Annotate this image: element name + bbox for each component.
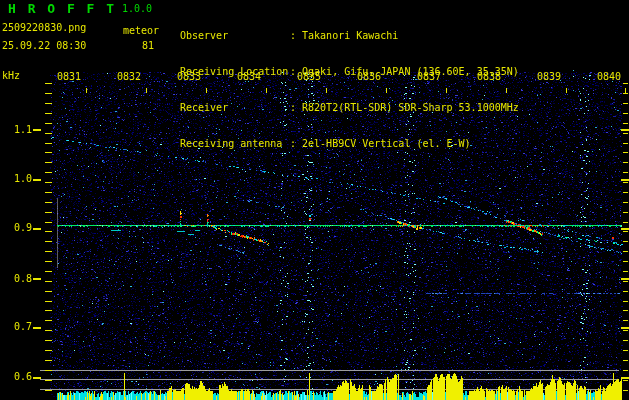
info-value: : 2el-HB9CV Vertical (el. E-W) [290,138,471,149]
time-tick-label: 0839 [537,71,563,82]
info-value: : Takanori Kawachi [290,30,398,41]
mode-label: meteor [123,25,159,36]
time-tick-label: 0838 [477,71,503,82]
info-label: Receiving antenna [180,138,290,150]
time-tick-label: 0837 [417,71,443,82]
freq-tick-label: 1.0 [2,173,32,184]
info-row-location: Receiving Location: Ogaki, Gifu, JAPAN (… [180,66,519,78]
time-tick-label: 0835 [297,71,323,82]
time-tick-label: 0831 [57,71,83,82]
station-info: Observer: Takanori Kawachi Receiving Loc… [180,6,519,174]
info-label: Observer [180,30,290,42]
info-row-antenna: Receiving antenna: 2el-HB9CV Vertical (e… [180,138,519,150]
time-tick-label: 0836 [357,71,383,82]
filename: 2509220830.png [2,22,86,33]
freq-axis-unit: kHz [2,70,20,81]
freq-tick-label: 0.6 [2,371,32,382]
freq-tick-label: 0.7 [2,321,32,332]
info-row-observer: Observer: Takanori Kawachi [180,30,519,42]
time-tick-label: 0834 [237,71,263,82]
time-tick-label: 0840 [597,71,623,82]
info-value: : R820T2(RTL-SDR) SDR-Sharp 53.1000MHz [290,102,519,113]
hrofft-screen: H R O F F T 1.0.0 2509220830.png meteor … [0,0,629,400]
freq-tick-label: 1.1 [2,124,32,135]
datetime: 25.09.22 08:30 [2,40,86,51]
time-tick-label: 0833 [177,71,203,82]
info-label: Receiver [180,102,290,114]
app-title: H R O F F T [8,1,116,16]
time-tick-label: 0832 [117,71,143,82]
app-version: 1.0.0 [122,3,152,14]
meteor-count: 81 [142,40,154,51]
freq-tick-label: 0.9 [2,222,32,233]
freq-tick-label: 0.8 [2,273,32,284]
info-row-receiver: Receiver: R820T2(RTL-SDR) SDR-Sharp 53.1… [180,102,519,114]
